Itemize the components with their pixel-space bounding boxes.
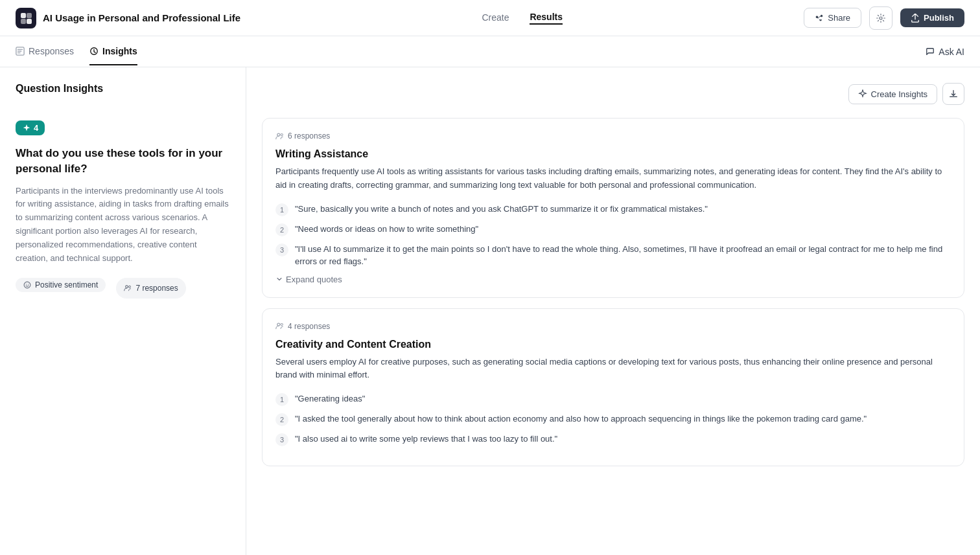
svg-rect-3 [27, 19, 32, 24]
users-icon-card1 [275, 132, 284, 141]
insights-badge: 4 [16, 120, 45, 135]
nav-tab-create[interactable]: Create [482, 12, 509, 24]
ask-ai-icon [926, 47, 935, 56]
quote-item: 1 "Generating ideas" [275, 392, 951, 406]
top-nav: AI Usage in Personal and Professional Li… [0, 0, 980, 36]
svg-point-7 [24, 282, 30, 289]
tab-bar-left: Responses Insights [16, 38, 137, 65]
card-1-desc: Participants frequently use AI tools as … [275, 165, 951, 192]
svg-rect-1 [27, 13, 32, 18]
publish-button[interactable]: Publish [900, 8, 964, 27]
chevron-down-icon [275, 275, 283, 283]
download-icon [949, 89, 958, 98]
tab-bar: Responses Insights Ask AI [0, 36, 980, 67]
svg-point-11 [129, 286, 131, 288]
settings-button[interactable] [869, 6, 892, 30]
tab-insights[interactable]: Insights [89, 46, 137, 65]
create-insights-icon [858, 89, 867, 98]
app-title: AI Usage in Personal and Professional Li… [43, 12, 240, 23]
card-2-desc: Several users employ AI for creative pur… [275, 356, 951, 383]
quote-item: 2 "I asked the tool generally about how … [275, 413, 951, 426]
create-insights-button[interactable]: Create Insights [848, 84, 937, 104]
responses-badge: 7 responses [116, 278, 185, 299]
quote-item: 3 "I also used ai to write some yelp rev… [275, 433, 951, 446]
svg-point-8 [26, 284, 27, 285]
app-logo [16, 8, 36, 28]
svg-point-10 [126, 286, 128, 288]
card-1-quotes: 1 "Sure, basically you write a bunch of … [275, 203, 951, 268]
insight-card-1: 6 responses Writing Assistance Participa… [262, 118, 964, 298]
svg-point-12 [277, 133, 280, 136]
users-icon [124, 284, 132, 292]
sparkle-icon [22, 124, 31, 133]
insight-card-2: 4 responses Creativity and Content Creat… [262, 308, 964, 467]
right-header: Create Insights [262, 83, 964, 105]
gear-icon [876, 13, 886, 23]
svg-point-4 [880, 17, 882, 19]
nav-right: Share Publish [804, 6, 964, 30]
card-2-quotes: 1 "Generating ideas" 2 "I asked the tool… [275, 392, 951, 446]
nav-center: Create Results [482, 12, 563, 25]
left-panel: Question Insights 4 What do you use thes… [0, 67, 246, 555]
svg-rect-0 [21, 13, 26, 18]
users-icon-card2 [275, 322, 284, 330]
quote-item: 1 "Sure, basically you write a bunch of … [275, 203, 951, 216]
responses-icon [16, 47, 25, 56]
quote-item: 2 "Need words or ideas on how to write s… [275, 223, 951, 236]
question-header: 4 [16, 120, 230, 135]
card-2-title: Creativity and Content Creation [275, 339, 951, 350]
download-button[interactable] [942, 83, 964, 105]
card-2-responses: 4 responses [275, 322, 951, 331]
expand-quotes-button-1[interactable]: Expand quotes [275, 275, 342, 284]
left-header: Question Insights [16, 83, 230, 108]
quote-item: 3 "I'll use AI to summarize it to get th… [275, 243, 951, 268]
section-title: Question Insights [16, 83, 103, 95]
svg-point-13 [281, 133, 283, 135]
card-1-title: Writing Assistance [275, 148, 951, 160]
svg-point-9 [28, 284, 29, 285]
badges-row: Positive sentiment 7 responses [16, 278, 230, 299]
right-panel: Create Insights 6 responses Writing Assi… [246, 67, 980, 555]
svg-rect-2 [21, 19, 26, 24]
ask-ai-button[interactable]: Ask AI [926, 47, 964, 57]
nav-tab-results[interactable]: Results [530, 12, 563, 25]
main-content: Question Insights 4 What do you use thes… [0, 67, 980, 555]
sentiment-badge: Positive sentiment [16, 278, 106, 292]
publish-icon [911, 14, 920, 23]
insights-tab-icon [89, 47, 99, 56]
svg-point-15 [281, 324, 283, 326]
svg-point-14 [277, 323, 280, 326]
question-desc: Participants in the interviews predomina… [16, 185, 230, 266]
nav-left: AI Usage in Personal and Professional Li… [16, 8, 240, 28]
share-button[interactable]: Share [804, 8, 861, 28]
card-1-responses: 6 responses [275, 131, 951, 141]
tab-responses[interactable]: Responses [16, 46, 74, 65]
question-title: What do you use these tools for in your … [16, 146, 230, 177]
sentiment-icon [23, 281, 31, 289]
share-icon [815, 14, 824, 23]
